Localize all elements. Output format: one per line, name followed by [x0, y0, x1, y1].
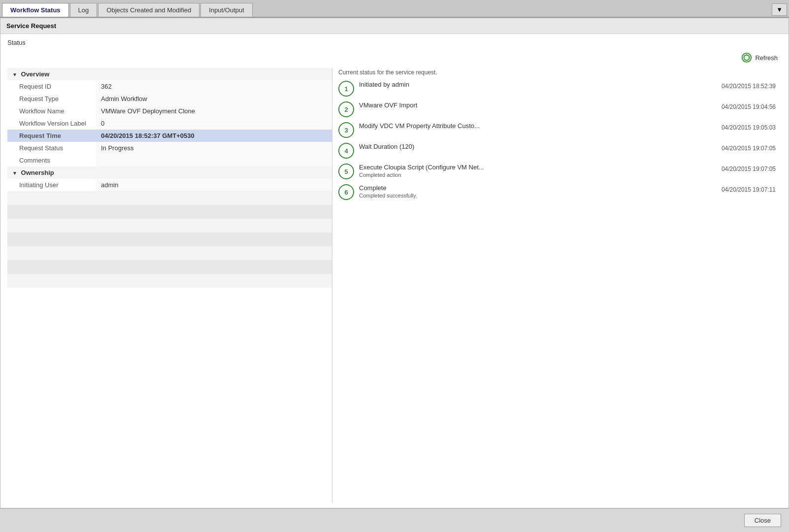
empty-row-7 — [7, 274, 332, 288]
step-circle-4: 5 — [338, 164, 354, 179]
step-time-4: 04/20/2015 19:07:05 — [722, 164, 776, 172]
service-request-header: Service Request — [0, 18, 789, 34]
overview-label-6: Comments — [7, 154, 96, 166]
step-info-2: Modify VDC VM Property Attribute Custo..… — [359, 122, 717, 130]
empty-row-5 — [7, 246, 332, 260]
step-title-1: VMware OVF Import — [359, 101, 717, 109]
step-info-4: Execute Cloupia Script (Configure VM Net… — [359, 164, 717, 178]
overview-label-4: Request Time — [7, 130, 96, 142]
timeline-item-1: 2 VMware OVF Import 04/20/2015 19:04:56 — [338, 101, 776, 117]
timeline-item-4: 5 Execute Cloupia Script (Configure VM N… — [338, 164, 776, 179]
overview-row-2: Workflow Name VMWare OVF Deployment Clon… — [7, 105, 332, 117]
timeline-item-2: 3 Modify VDC VM Property Attribute Custo… — [338, 122, 776, 138]
ownership-value-0: admin — [96, 179, 332, 191]
step-title-2: Modify VDC VM Property Attribute Custo..… — [359, 122, 717, 130]
empty-row-4 — [7, 233, 332, 246]
footer: Close — [0, 508, 789, 532]
step-time-3: 04/20/2015 19:07:05 — [722, 143, 776, 152]
overview-value-0: 362 — [96, 80, 332, 93]
overview-fields-table: Request ID 362 Request Type Admin Workfl… — [7, 80, 332, 166]
overview-value-2: VMWare OVF Deployment Clone — [96, 105, 332, 117]
step-subtitle-5: Completed successfully. — [359, 193, 717, 199]
step-circle-0: 1 — [338, 81, 354, 97]
timeline-item-0: 1 Initiated by admin 04/20/2015 18:52:39 — [338, 81, 776, 97]
ownership-triangle-icon: ▼ — [12, 170, 17, 176]
overview-label-0: Request ID — [7, 80, 96, 93]
right-panel: Current status for the service request. … — [332, 68, 782, 503]
ownership-title: Ownership — [21, 169, 54, 176]
tab-workflow-status[interactable]: Workflow Status — [2, 3, 69, 17]
overview-row-4: Request Time 04/20/2015 18:52:37 GMT+053… — [7, 130, 332, 142]
refresh-area: Refresh — [7, 50, 782, 68]
overview-row-6: Comments — [7, 154, 332, 166]
step-time-5: 04/20/2015 19:07:11 — [722, 184, 776, 193]
left-panel: ▼ Overview Request ID 362 Request Type A… — [7, 68, 332, 503]
overview-value-1: Admin Workflow — [96, 93, 332, 105]
overview-label-3: Workflow Version Label — [7, 117, 96, 130]
step-title-5: Complete — [359, 184, 717, 192]
overview-row-3: Workflow Version Label 0 — [7, 117, 332, 130]
step-title-0: Initiated by admin — [359, 81, 717, 88]
padding-rows-table — [7, 191, 332, 288]
timeline: 1 Initiated by admin 04/20/2015 18:52:39… — [338, 81, 776, 200]
overview-value-6 — [96, 154, 332, 166]
step-info-0: Initiated by admin — [359, 81, 717, 88]
step-time-2: 04/20/2015 19:05:03 — [722, 122, 776, 131]
tab-bar: Workflow Status Log Objects Created and … — [0, 0, 789, 18]
refresh-button[interactable]: Refresh — [741, 52, 778, 63]
overview-label-5: Request Status — [7, 142, 96, 154]
overview-value-4: 04/20/2015 18:52:37 GMT+0530 — [96, 130, 332, 142]
ownership-table: ▼ Ownership — [7, 166, 332, 179]
step-info-1: VMware OVF Import — [359, 101, 717, 109]
refresh-icon — [741, 52, 752, 63]
overview-title: Overview — [21, 70, 50, 78]
overview-row-1: Request Type Admin Workflow — [7, 93, 332, 105]
tab-dropdown-arrow[interactable]: ▼ — [772, 3, 787, 16]
status-section: Status Refresh — [0, 34, 789, 508]
current-status-text: Current status for the service request. — [338, 69, 776, 76]
step-circle-5: 6 — [338, 184, 354, 200]
overview-triangle-icon: ▼ — [12, 72, 17, 77]
step-title-3: Wait Duration (120) — [359, 143, 717, 150]
tab-objects-created[interactable]: Objects Created and Modified — [98, 3, 199, 17]
overview-row-5: Request Status In Progress — [7, 142, 332, 154]
close-button[interactable]: Close — [744, 514, 781, 527]
overview-label-2: Workflow Name — [7, 105, 96, 117]
refresh-label: Refresh — [755, 54, 778, 62]
step-circle-3: 4 — [338, 143, 354, 159]
main-content: Service Request Status Refresh — [0, 18, 789, 508]
empty-row-6 — [7, 260, 332, 274]
ownership-label-0: Initiating User — [7, 179, 96, 191]
ownership-row-0: Initiating User admin — [7, 179, 332, 191]
step-info-5: Complete Completed successfully. — [359, 184, 717, 199]
empty-row-2 — [7, 205, 332, 219]
overview-section-title-row: ▼ Overview — [7, 68, 332, 80]
overview-value-5: In Progress — [96, 142, 332, 154]
step-title-4: Execute Cloupia Script (Configure VM Net… — [359, 164, 717, 171]
tab-log[interactable]: Log — [70, 3, 98, 17]
step-circle-2: 3 — [338, 122, 354, 138]
step-info-3: Wait Duration (120) — [359, 143, 717, 150]
empty-row-3 — [7, 219, 332, 233]
status-label: Status — [7, 39, 782, 46]
step-subtitle-4: Completed action — [359, 172, 717, 178]
step-time-1: 04/20/2015 19:04:56 — [722, 101, 776, 110]
ownership-fields-table: Initiating User admin — [7, 179, 332, 191]
two-col-layout: ▼ Overview Request ID 362 Request Type A… — [7, 68, 782, 503]
overview-label-1: Request Type — [7, 93, 96, 105]
ownership-section-title-row: ▼ Ownership — [7, 166, 332, 179]
timeline-item-3: 4 Wait Duration (120) 04/20/2015 19:07:0… — [338, 143, 776, 159]
step-time-0: 04/20/2015 18:52:39 — [722, 81, 776, 90]
tab-input-output[interactable]: Input/Output — [200, 3, 253, 17]
overview-row-0: Request ID 362 — [7, 80, 332, 93]
step-circle-1: 2 — [338, 101, 354, 117]
overview-table: ▼ Overview — [7, 68, 332, 80]
timeline-item-5: 6 Complete Completed successfully. 04/20… — [338, 184, 776, 200]
empty-row-1 — [7, 191, 332, 205]
overview-value-3: 0 — [96, 117, 332, 130]
